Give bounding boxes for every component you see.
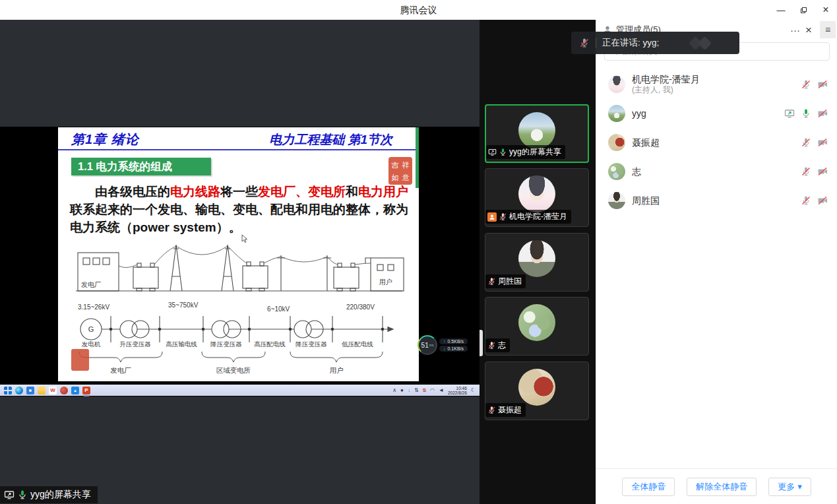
latency-value: 51 xyxy=(421,342,429,349)
mic-on-icon xyxy=(17,489,28,500)
screen-share-icon[interactable] xyxy=(784,108,795,119)
mic-muted-icon xyxy=(579,38,590,48)
member-row-pan[interactable]: 机电学院-潘莹月 (主持人, 我) xyxy=(596,70,837,99)
camera-off-icon[interactable] xyxy=(817,166,828,177)
member-list: 机电学院-潘莹月 (主持人, 我) yyg 聂振超 xyxy=(596,70,837,215)
mic-muted-icon xyxy=(487,406,496,414)
component-label: 降压变压器 xyxy=(210,340,242,348)
member-status-icons xyxy=(784,108,828,119)
wps-icon[interactable]: W xyxy=(49,387,57,394)
upload-value: 0.5KB/s xyxy=(448,339,464,344)
video-tile-yyg[interactable]: yyg的屏幕共享 xyxy=(485,104,589,163)
more-options-icon[interactable]: ··· xyxy=(790,25,800,35)
paragraph-text: 联系起来的一个发电、输电、变电、配电和用电的整体，称为电力系统（power sy… xyxy=(70,203,408,234)
strip-collapse-handle[interactable] xyxy=(480,330,483,356)
seal-char: 祥 xyxy=(402,161,410,169)
tray-updown-icon[interactable]: ⇅ xyxy=(414,388,419,393)
camera-off-icon[interactable] xyxy=(817,137,828,148)
unmute-all-button[interactable]: 解除全体静音 xyxy=(687,478,757,496)
latency-unit: ms xyxy=(429,343,434,347)
app-icon[interactable] xyxy=(26,387,34,394)
tile-label: 志 xyxy=(498,340,506,351)
avatar xyxy=(518,304,555,341)
edge-browser-icon[interactable] xyxy=(15,387,23,394)
member-row-zhi[interactable]: 志 xyxy=(596,157,837,186)
windows-start-icon[interactable] xyxy=(4,387,12,394)
mic-on-icon xyxy=(499,148,507,156)
slide-divider xyxy=(58,149,419,150)
diagram-user-label: 用户 xyxy=(379,278,392,286)
video-tile-pan[interactable]: 机电学院-潘莹月 xyxy=(485,168,589,227)
mic-muted-icon[interactable] xyxy=(801,137,811,148)
window-controls: — × xyxy=(770,0,837,20)
tile-name-badge: 聂振超 xyxy=(485,403,526,417)
tile-label: yyg的屏幕共享 xyxy=(509,146,561,158)
restore-button[interactable] xyxy=(792,0,815,20)
share-badge-label: yyg的屏幕共享 xyxy=(30,489,91,501)
video-tile-zhi[interactable]: 志 xyxy=(485,297,589,356)
mic-on-icon[interactable] xyxy=(801,108,811,119)
tray-sogou-icon[interactable]: S xyxy=(423,388,426,393)
more-button[interactable]: 更多▾ xyxy=(768,478,811,496)
tile-label: 机电学院-潘莹月 xyxy=(509,211,567,222)
member-role: (主持人, 我) xyxy=(632,85,700,95)
tray-volume-icon[interactable]: ◄ xyxy=(439,388,444,393)
mute-all-button[interactable]: 全体静音 xyxy=(622,478,675,496)
night-mode-icon[interactable]: ☾ xyxy=(471,388,476,393)
member-name: 周胜国 xyxy=(632,195,660,206)
minimize-button[interactable]: — xyxy=(770,0,792,20)
slide-course-title: 电力工程基础 第1节次 xyxy=(269,131,392,148)
video-tile-zhou[interactable]: 周胜国 xyxy=(485,233,589,292)
video-thumbnail-strip: yyg的屏幕共享 机电学院-潘莹月 周胜国 志 xyxy=(480,20,596,504)
tray-qq-icon[interactable]: ● xyxy=(400,388,404,393)
panel-menu-icon[interactable]: ≡ xyxy=(820,21,836,38)
member-name: 聂振超 xyxy=(632,137,660,148)
avatar xyxy=(518,112,555,149)
mic-muted-icon[interactable] xyxy=(801,195,811,206)
network-monitor-widget[interactable]: 51ms ↑0.5KB/s ↓0.1KB/s xyxy=(418,335,468,355)
taskbar-apps: W ▲ P xyxy=(0,387,90,394)
voltage-label: 35~750kV xyxy=(168,301,199,309)
avatar xyxy=(518,240,555,277)
clock-date: 2022/8/26 xyxy=(448,391,467,395)
paragraph-text: 由各级电压的 xyxy=(95,185,170,199)
member-name: 机电学院-潘莹月 xyxy=(632,74,700,85)
mic-muted-icon[interactable] xyxy=(801,166,811,177)
video-tile-nie[interactable]: 聂振超 xyxy=(485,362,589,420)
paragraph-text: 将一些 xyxy=(220,185,258,199)
download-arrow-icon: ↓ xyxy=(443,346,446,351)
member-name: 志 xyxy=(632,166,641,177)
tile-name-badge: yyg的屏幕共享 xyxy=(486,145,565,159)
component-label: 高压输电线 xyxy=(166,340,197,348)
caret-down-icon: ▾ xyxy=(797,482,802,491)
file-explorer-icon[interactable] xyxy=(38,387,46,394)
tray-wifi-icon[interactable]: ◠ xyxy=(430,388,435,393)
camera-off-icon[interactable] xyxy=(817,79,828,90)
tray-download-icon[interactable]: ↓ xyxy=(408,388,410,393)
slide-green-strip xyxy=(416,127,419,188)
tile-label: 聂振超 xyxy=(498,404,522,416)
restore-icon xyxy=(801,7,807,13)
member-status-icons xyxy=(801,166,828,177)
app-icon-blue[interactable]: ▲ xyxy=(71,387,79,394)
tray-chevron-icon[interactable]: ∧ xyxy=(392,388,396,393)
camera-off-icon[interactable] xyxy=(817,195,828,206)
generator-symbol: G xyxy=(88,325,94,333)
group-label: 区域变电所 xyxy=(216,366,251,374)
member-name: yyg xyxy=(632,108,646,119)
close-panel-icon[interactable]: × xyxy=(805,24,812,36)
camera-off-icon[interactable] xyxy=(817,108,828,119)
screen-share-icon xyxy=(4,489,15,500)
member-row-zhou[interactable]: 周胜国 xyxy=(596,186,837,215)
member-row-nie[interactable]: 聂振超 xyxy=(596,128,837,157)
member-row-yyg[interactable]: yyg xyxy=(596,99,837,128)
slide-section-heading: 1.1 电力系统的组成 xyxy=(71,158,211,175)
download-speed: ↓0.1KB/s xyxy=(439,346,468,352)
member-status-icons xyxy=(801,195,828,206)
highlighted-term: 电力线路 xyxy=(170,185,220,199)
taskbar-clock[interactable]: 10:462022/8/26 xyxy=(448,386,467,395)
powerpoint-icon[interactable]: P xyxy=(82,387,90,394)
mic-muted-icon[interactable] xyxy=(801,79,811,90)
app-icon-red[interactable] xyxy=(60,387,68,394)
close-button[interactable]: × xyxy=(815,0,837,20)
